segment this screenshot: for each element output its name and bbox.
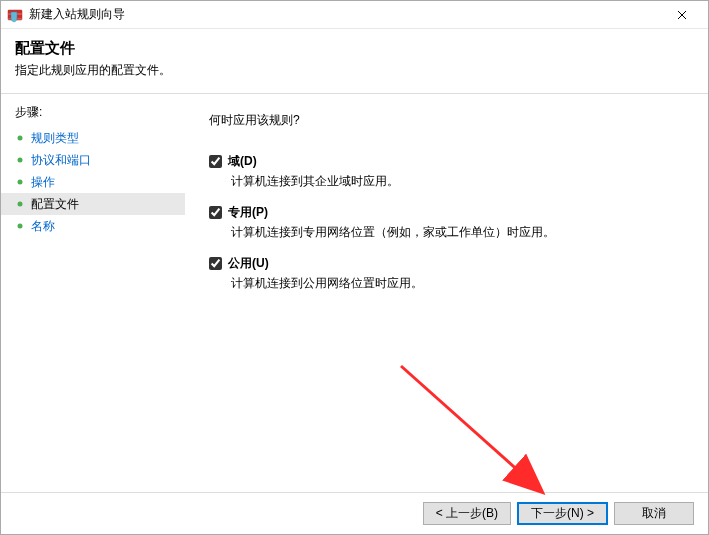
question-text: 何时应用该规则? xyxy=(209,112,684,129)
step-label: 名称 xyxy=(31,218,55,235)
bullet-icon xyxy=(15,177,25,187)
cancel-button[interactable]: 取消 xyxy=(614,502,694,525)
label-domain[interactable]: 域(D) xyxy=(228,153,257,170)
page-title: 配置文件 xyxy=(15,39,694,58)
desc-private: 计算机连接到专用网络位置（例如，家或工作单位）时应用。 xyxy=(231,224,684,241)
checkbox-private[interactable] xyxy=(209,206,222,219)
bullet-icon xyxy=(15,199,25,209)
titlebar: 新建入站规则向导 xyxy=(1,1,708,29)
svg-point-10 xyxy=(18,224,23,229)
label-public[interactable]: 公用(U) xyxy=(228,255,269,272)
option-public: 公用(U) 计算机连接到公用网络位置时应用。 xyxy=(209,255,684,292)
option-private: 专用(P) 计算机连接到专用网络位置（例如，家或工作单位）时应用。 xyxy=(209,204,684,241)
wizard-window: 新建入站规则向导 配置文件 指定此规则应用的配置文件。 步骤: 规则类型 协议和… xyxy=(0,0,709,535)
desc-public: 计算机连接到公用网络位置时应用。 xyxy=(231,275,684,292)
checkbox-public[interactable] xyxy=(209,257,222,270)
step-protocol-ports[interactable]: 协议和端口 xyxy=(1,149,185,171)
option-domain: 域(D) 计算机连接到其企业域时应用。 xyxy=(209,153,684,190)
bullet-icon xyxy=(15,133,25,143)
step-label: 配置文件 xyxy=(31,196,79,213)
step-label: 规则类型 xyxy=(31,130,79,147)
step-label: 操作 xyxy=(31,174,55,191)
step-profile[interactable]: 配置文件 xyxy=(1,193,185,215)
page-subtitle: 指定此规则应用的配置文件。 xyxy=(15,62,694,79)
wizard-body: 步骤: 规则类型 协议和端口 操作 xyxy=(1,93,708,492)
desc-domain: 计算机连接到其企业域时应用。 xyxy=(231,173,684,190)
back-button[interactable]: < 上一步(B) xyxy=(423,502,511,525)
window-title: 新建入站规则向导 xyxy=(29,6,662,23)
step-label: 协议和端口 xyxy=(31,152,91,169)
label-private[interactable]: 专用(P) xyxy=(228,204,268,221)
wizard-footer: < 上一步(B) 下一步(N) > 取消 xyxy=(1,492,708,534)
bullet-icon xyxy=(15,221,25,231)
step-action[interactable]: 操作 xyxy=(1,171,185,193)
bullet-icon xyxy=(15,155,25,165)
content-panel: 何时应用该规则? 域(D) 计算机连接到其企业域时应用。 专用(P) 计算机连接… xyxy=(185,94,708,492)
steps-sidebar: 步骤: 规则类型 协议和端口 操作 xyxy=(1,94,185,492)
step-name[interactable]: 名称 xyxy=(1,215,185,237)
svg-point-9 xyxy=(18,202,23,207)
steps-label: 步骤: xyxy=(1,102,185,127)
step-rule-type[interactable]: 规则类型 xyxy=(1,127,185,149)
svg-point-7 xyxy=(18,158,23,163)
wizard-header: 配置文件 指定此规则应用的配置文件。 xyxy=(1,29,708,93)
next-button[interactable]: 下一步(N) > xyxy=(517,502,608,525)
checkbox-domain[interactable] xyxy=(209,155,222,168)
firewall-icon xyxy=(7,7,23,23)
svg-point-6 xyxy=(18,136,23,141)
svg-point-8 xyxy=(18,180,23,185)
close-button[interactable] xyxy=(662,2,702,28)
